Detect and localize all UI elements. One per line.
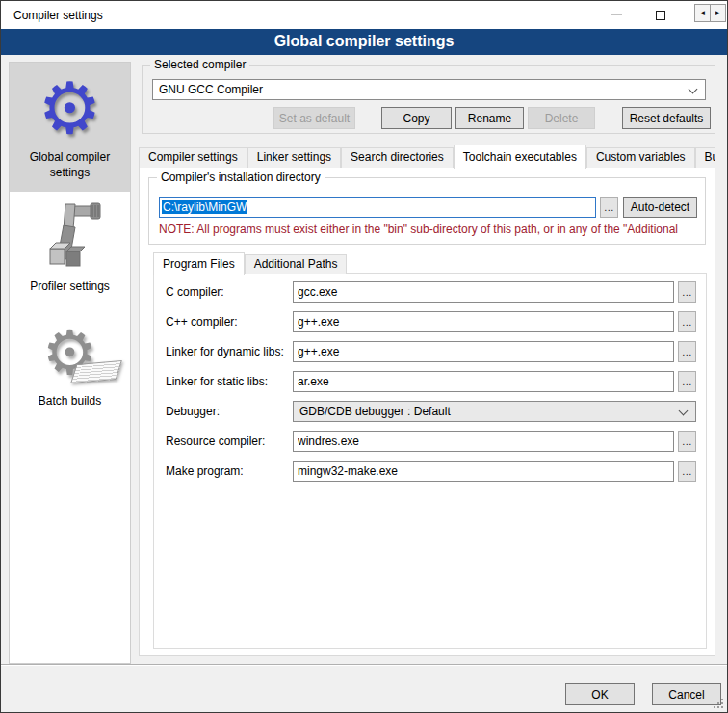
resource-compiler-label: Resource compiler: (166, 435, 293, 448)
chevron-down-icon (689, 85, 698, 94)
sidebar-item-profiler-settings[interactable]: Profiler settings (10, 192, 130, 306)
resource-compiler-browse-button[interactable]: ... (678, 431, 696, 452)
installation-directory-group: Compiler's installation directory C:\ray… (148, 177, 706, 245)
c-compiler-input[interactable] (293, 281, 674, 303)
ok-button[interactable]: OK (565, 683, 635, 705)
cpp-compiler-input[interactable] (293, 311, 674, 332)
make-program-label: Make program: (166, 464, 293, 478)
tab-search-directories[interactable]: Search directories (341, 147, 454, 168)
tab-scroll-right-button[interactable]: ► (710, 4, 726, 22)
compiler-settings-dialog: Compiler settings Global compiler settin… (0, 0, 728, 713)
rename-button[interactable]: Rename (455, 107, 524, 129)
tab-custom-variables[interactable]: Custom variables (586, 147, 695, 168)
tab-toolchain-executables[interactable]: Toolchain executables (454, 145, 586, 169)
selected-compiler-group-label: Selected compiler (150, 58, 249, 71)
titlebar: Compiler settings (1, 1, 727, 29)
subtab-additional-paths[interactable]: Additional Paths (245, 254, 348, 274)
sidebar-item-global-compiler-settings[interactable]: ⚙ Global compiler settings (10, 63, 130, 192)
linker-static-input[interactable] (293, 371, 674, 392)
subtab-program-files[interactable]: Program Files (153, 252, 245, 275)
caliper-icon (37, 200, 104, 276)
resource-compiler-input[interactable] (293, 431, 674, 452)
cpp-compiler-label: C++ compiler: (166, 315, 293, 329)
window-title: Compiler settings (1, 9, 103, 22)
linker-dynamic-browse-button[interactable]: ... (678, 341, 696, 362)
settings-category-list: ⚙ Global compiler settings (9, 62, 131, 664)
make-program-input[interactable] (293, 461, 674, 482)
maximize-button[interactable] (638, 1, 683, 29)
linker-dynamic-input[interactable] (293, 341, 674, 362)
maximize-icon (656, 11, 665, 20)
sidebar-item-batch-builds[interactable]: ⚙ Batch builds (10, 306, 130, 421)
minimize-icon (611, 14, 622, 15)
footer-separator-highlight (1, 665, 727, 666)
arrow-left-icon: ◄ (699, 9, 707, 17)
resize-grip[interactable] (714, 699, 724, 709)
reset-defaults-button[interactable]: Reset defaults (622, 107, 711, 129)
program-files-panel: C compiler: ... C++ compiler: ... Linker… (153, 273, 707, 649)
chevron-down-icon (679, 407, 689, 416)
installation-directory-input[interactable]: C:\raylib\MinGW (159, 197, 596, 218)
installation-directory-browse-button[interactable]: ... (600, 197, 618, 218)
tab-scroll-left-button[interactable]: ◄ (694, 4, 711, 22)
selected-compiler-group: Selected compiler GNU GCC Compiler Set a… (142, 65, 715, 134)
linker-static-browse-button[interactable]: ... (678, 371, 696, 392)
copy-button[interactable]: Copy (381, 107, 452, 129)
selected-text: C:\raylib\MinGW (162, 200, 247, 214)
minimize-button (594, 1, 638, 29)
paper-stack-icon (70, 360, 122, 383)
sidebar-item-label: Profiler settings (10, 277, 130, 306)
make-program-browse-button[interactable]: ... (678, 461, 696, 482)
toolchain-executables-panel: Compiler's installation directory C:\ray… (139, 167, 715, 656)
tab-compiler-settings[interactable]: Compiler settings (139, 147, 247, 168)
auto-detect-button[interactable]: Auto-detect (623, 197, 697, 218)
program-files-tabstrip: Program Files Additional Paths (153, 251, 347, 274)
page-title: Global compiler settings (1, 29, 727, 55)
installation-directory-group-label: Compiler's installation directory (157, 171, 325, 184)
debugger-select[interactable]: GDB/CDB debugger : Default (293, 401, 696, 422)
note-text: NOTE: All programs must exist either in … (159, 223, 703, 236)
linker-static-label: Linker for static libs: (166, 375, 293, 388)
cpp-compiler-browse-button[interactable]: ... (678, 311, 696, 332)
tab-build-options[interactable]: Build options (695, 147, 715, 168)
sidebar-item-label: Batch builds (10, 391, 130, 421)
settings-tabstrip: Compiler settings Linker settings Search… (139, 144, 715, 168)
sidebar-item-label: Global compiler settings (10, 147, 130, 192)
tab-scroll-buttons: ◄ ► (694, 4, 726, 22)
delete-button: Delete (528, 107, 595, 129)
set-as-default-button: Set as default (273, 107, 355, 129)
arrow-right-icon: ► (715, 9, 722, 17)
debugger-label: Debugger: (166, 405, 293, 418)
compiler-select-value: GNU GCC Compiler (159, 83, 263, 96)
gear-icon: ⚙ (38, 73, 101, 145)
c-compiler-label: C compiler: (166, 285, 293, 299)
cancel-button[interactable]: Cancel (652, 683, 721, 705)
compiler-actions: Set as default Copy Rename Delete Reset … (143, 107, 711, 129)
debugger-select-value: GDB/CDB debugger : Default (299, 405, 451, 418)
tab-linker-settings[interactable]: Linker settings (247, 147, 341, 168)
compiler-select[interactable]: GNU GCC Compiler (152, 79, 706, 100)
linker-dynamic-label: Linker for dynamic libs: (166, 345, 293, 358)
c-compiler-browse-button[interactable]: ... (678, 281, 696, 303)
